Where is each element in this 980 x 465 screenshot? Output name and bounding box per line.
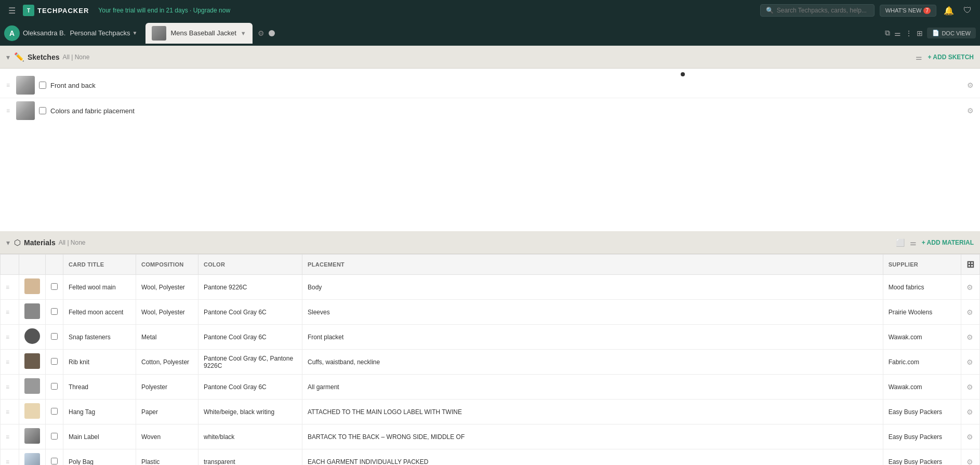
material-gear-icon[interactable]: ⚙ xyxy=(966,433,973,441)
material-gear-icon[interactable]: ⚙ xyxy=(966,458,973,466)
row-checkbox-cell[interactable] xyxy=(46,424,63,449)
materials-header-actions: ⬜ ⚌ + ADD MATERIAL xyxy=(896,238,974,247)
sketches-filter-none[interactable]: None xyxy=(75,54,90,61)
row-checkbox-cell[interactable] xyxy=(46,300,63,325)
row-checkbox-cell[interactable] xyxy=(46,275,63,300)
material-checkbox[interactable] xyxy=(51,308,58,315)
row-checkbox-cell[interactable] xyxy=(46,375,63,400)
top-navigation: ☰ T TECHPACKER Your free trial will end … xyxy=(0,0,980,21)
material-composition: Woven xyxy=(136,424,198,449)
column-settings-icon[interactable]: ⊞ xyxy=(966,259,974,270)
row-drag-handle[interactable]: ≡ xyxy=(1,424,19,449)
copy-icon[interactable]: ⧉ xyxy=(885,29,890,37)
global-search[interactable]: 🔍 Search Techpacks, cards, help... xyxy=(760,4,875,17)
row-thumbnail xyxy=(19,300,46,325)
gear-button[interactable]: ⚙ xyxy=(258,29,264,37)
sketch-checkbox-2[interactable] xyxy=(39,107,46,114)
material-name: Snap fasteners xyxy=(63,325,136,350)
row-gear-cell[interactable]: ⚙ xyxy=(961,449,979,466)
notification-icon[interactable]: 🔔 xyxy=(942,4,956,18)
sketches-filter-sort-icon[interactable]: ⚌ xyxy=(916,53,922,61)
row-drag-handle[interactable]: ≡ xyxy=(1,300,19,325)
row-gear-cell[interactable]: ⚙ xyxy=(961,375,979,400)
materials-filter-none[interactable]: None xyxy=(71,239,86,246)
product-tab[interactable]: Mens Baseball Jacket ▼ xyxy=(145,23,252,44)
row-gear-cell[interactable]: ⚙ xyxy=(961,400,979,424)
row-drag-handle[interactable]: ≡ xyxy=(1,375,19,400)
material-name: Hang Tag xyxy=(63,400,136,424)
materials-section-icon: ⬡ xyxy=(14,238,21,247)
drag-handle-icon[interactable]: ≡ xyxy=(6,82,10,89)
material-checkbox[interactable] xyxy=(51,358,58,365)
techpack-selector-label: Personal Techpacks xyxy=(70,29,130,37)
sketch-gear-icon-1[interactable]: ⚙ xyxy=(967,81,974,89)
material-checkbox[interactable] xyxy=(51,433,58,440)
material-checkbox[interactable] xyxy=(51,333,58,340)
material-checkbox[interactable] xyxy=(51,283,58,290)
search-icon: 🔍 xyxy=(766,7,774,14)
material-checkbox[interactable] xyxy=(51,408,58,415)
material-gear-icon[interactable]: ⚙ xyxy=(966,333,973,341)
row-drag-handle[interactable]: ≡ xyxy=(1,325,19,350)
material-name: Poly Bag xyxy=(63,449,136,466)
product-thumb-image xyxy=(152,26,166,41)
row-drag-handle[interactable]: ≡ xyxy=(1,275,19,300)
row-gear-cell[interactable]: ⚙ xyxy=(961,424,979,449)
sketch-checkbox-1[interactable] xyxy=(39,82,46,89)
doc-view-button[interactable]: 📄 DOC VIEW xyxy=(927,28,976,38)
material-placement: BARTACK TO THE BACK – WRONG SIDE, MIDDLE… xyxy=(302,424,883,449)
row-gear-cell[interactable]: ⚙ xyxy=(961,300,979,325)
sketch-gear-icon-2[interactable]: ⚙ xyxy=(967,107,974,115)
row-gear-cell[interactable]: ⚙ xyxy=(961,275,979,300)
filter-icon[interactable]: ⚌ xyxy=(894,29,901,37)
grid-icon[interactable]: ⊞ xyxy=(917,29,923,37)
materials-export-icon[interactable]: ⬜ xyxy=(896,238,905,247)
material-gear-icon[interactable]: ⚙ xyxy=(966,308,973,316)
row-checkbox-cell[interactable] xyxy=(46,400,63,424)
row-drag-handle[interactable]: ≡ xyxy=(1,449,19,466)
material-composition: Polyester xyxy=(136,375,198,400)
material-gear-icon[interactable]: ⚙ xyxy=(966,358,973,366)
product-chevron-icon[interactable]: ▼ xyxy=(241,30,246,36)
sketches-toggle-icon[interactable]: ▾ xyxy=(6,53,10,61)
material-supplier: Easy Busy Packers xyxy=(883,449,961,466)
upgrade-link[interactable]: Upgrade now xyxy=(193,7,230,14)
row-thumbnail xyxy=(19,449,46,466)
add-material-button[interactable]: + ADD MATERIAL xyxy=(922,239,974,246)
hamburger-icon[interactable]: ☰ xyxy=(6,4,18,18)
materials-filter-all[interactable]: All xyxy=(59,239,65,246)
sketches-filter-all[interactable]: All xyxy=(62,54,69,61)
sketches-filter-links: All | None xyxy=(62,54,89,61)
add-sketch-button[interactable]: + ADD SKETCH xyxy=(928,54,974,61)
row-checkbox-cell[interactable] xyxy=(46,449,63,466)
row-gear-cell[interactable]: ⚙ xyxy=(961,325,979,350)
col-header-drag xyxy=(1,255,19,275)
col-header-supplier: SUPPLIER xyxy=(883,255,961,275)
materials-content: CARD TITLE COMPOSITION COLOR PLACEMENT S… xyxy=(0,254,980,465)
materials-filter-links: All | None xyxy=(59,239,86,246)
row-drag-handle[interactable]: ≡ xyxy=(1,350,19,375)
row-thumbnail xyxy=(19,400,46,424)
col-header-actions: ⊞ xyxy=(961,255,979,275)
row-checkbox-cell[interactable] xyxy=(46,325,63,350)
techpack-selector[interactable]: Personal Techpacks ▼ xyxy=(65,27,141,39)
more-icon[interactable]: ⋮ xyxy=(905,29,912,37)
material-composition: Cotton, Polyester xyxy=(136,350,198,375)
whats-new-button[interactable]: WHAT'S NEW 7 xyxy=(880,5,936,17)
material-gear-icon[interactable]: ⚙ xyxy=(966,283,973,291)
drag-handle-icon[interactable]: ≡ xyxy=(6,107,10,114)
shield-icon[interactable]: 🛡 xyxy=(961,4,974,17)
material-placement: Front placket xyxy=(302,325,883,350)
row-gear-cell[interactable]: ⚙ xyxy=(961,350,979,375)
row-drag-handle[interactable]: ≡ xyxy=(1,400,19,424)
material-composition: Wool, Polyester xyxy=(136,300,198,325)
material-gear-icon[interactable]: ⚙ xyxy=(966,383,973,391)
materials-toggle-icon[interactable]: ▾ xyxy=(6,238,10,247)
material-checkbox[interactable] xyxy=(51,458,58,464)
sketch-thumbnail-1 xyxy=(16,76,35,95)
material-checkbox[interactable] xyxy=(51,383,58,390)
material-gear-icon[interactable]: ⚙ xyxy=(966,408,973,416)
row-checkbox-cell[interactable] xyxy=(46,350,63,375)
row-thumbnail xyxy=(19,375,46,400)
materials-filter-sort-icon[interactable]: ⚌ xyxy=(910,238,917,247)
